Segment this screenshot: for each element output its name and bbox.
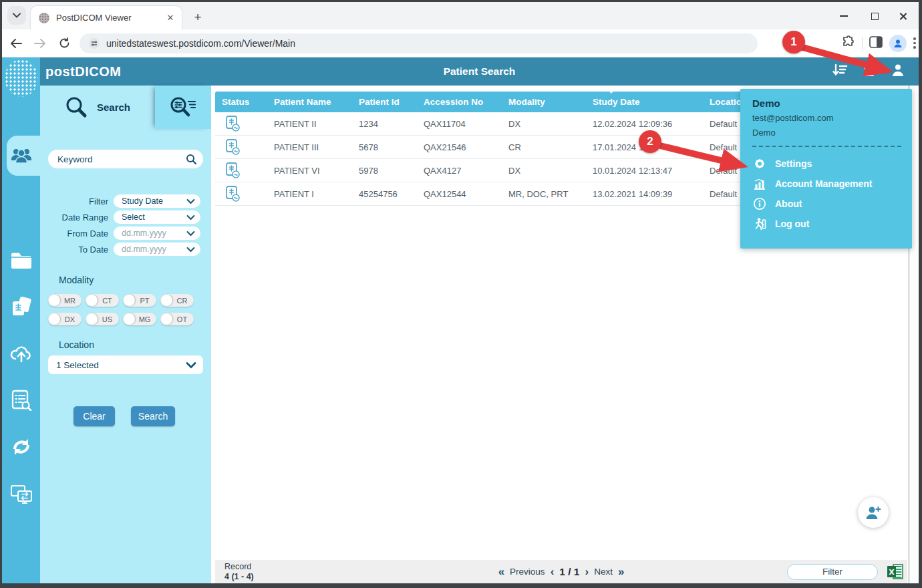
browser-profile-avatar[interactable]	[889, 35, 907, 52]
tab-search[interactable]: Search	[40, 86, 155, 129]
url-bar[interactable]: unitedstateswest.postdicom.com/Viewer/Ma…	[80, 33, 758, 53]
worklist-search-icon	[11, 390, 32, 411]
first-page-icon[interactable]: «	[498, 565, 504, 579]
results-footer: Record 4 (1 - 4) « Previous ‹ 1 / 1 › Ne…	[215, 560, 907, 583]
previous-page-button[interactable]: Previous	[510, 567, 545, 577]
sort-descending-indicator	[607, 89, 615, 94]
date-range-select[interactable]: Select	[114, 210, 200, 224]
window-border	[0, 0, 2, 588]
back-button[interactable]	[6, 33, 26, 53]
user-menu: Demo test@postdicom.com Demo Settings Ac…	[740, 89, 912, 249]
col-patient-name[interactable]: Patient Name	[267, 97, 352, 107]
deleted-objects-icon[interactable]	[863, 63, 876, 80]
forward-button[interactable]	[30, 33, 50, 53]
modality-label: Modality	[59, 275, 94, 285]
keyword-search-icon[interactable]	[186, 154, 197, 168]
sidebar-item-sync[interactable]	[2, 431, 40, 463]
sort-order-icon[interactable]	[832, 63, 848, 80]
window-close-button[interactable]	[889, 6, 916, 26]
menu-item-about[interactable]: About	[752, 194, 901, 214]
clear-button[interactable]: Clear	[73, 406, 115, 426]
browser-menu-icon[interactable]	[913, 36, 916, 49]
url-text: unitedstateswest.postdicom.com/Viewer/Ma…	[106, 38, 295, 49]
col-study-date[interactable]: Study Date	[586, 97, 703, 107]
person-plus-icon	[865, 504, 882, 521]
to-date-select[interactable]: dd.mm.yyyy	[114, 243, 200, 256]
extensions-icon[interactable]	[842, 35, 855, 51]
side-panel-icon[interactable]	[869, 36, 883, 51]
tab-favicon	[39, 13, 49, 23]
menu-item-account-management[interactable]: Account Management	[752, 174, 901, 194]
reload-button[interactable]	[54, 33, 74, 53]
chevron-down-icon	[186, 231, 195, 237]
reload-icon	[59, 37, 70, 49]
window-minimize-button[interactable]	[830, 6, 857, 26]
filter-select[interactable]: Study Date	[114, 194, 200, 208]
location-select[interactable]: 1 Selected	[48, 355, 203, 374]
add-patient-fab[interactable]	[858, 497, 889, 528]
user-name: Demo	[752, 98, 901, 109]
window-border	[0, 583, 922, 588]
sidebar-item-patients[interactable]	[2, 140, 40, 172]
postdicom-logo	[5, 59, 38, 97]
new-tab-button[interactable]: +	[189, 9, 206, 26]
modality-toggle-mr[interactable]: MR	[48, 294, 82, 307]
user-menu-icon[interactable]	[891, 63, 905, 80]
gear-icon	[752, 157, 767, 170]
modality-toggle-ct[interactable]: CT	[86, 294, 119, 307]
location-label: Location	[59, 339, 94, 350]
page-title: Patient Search	[40, 65, 919, 78]
filter-label: Filter	[40, 196, 114, 206]
keyword-input[interactable]	[48, 150, 203, 168]
modality-toggle-dx[interactable]: DX	[48, 313, 82, 325]
user-organization: Demo	[752, 128, 901, 138]
from-date-select[interactable]: dd.mm.yyyy	[114, 227, 200, 240]
col-modality[interactable]: Modality	[502, 97, 586, 107]
chevron-down-icon	[186, 214, 195, 220]
modality-toggle-cr[interactable]: CR	[160, 294, 194, 307]
sidebar-item-devices[interactable]	[2, 478, 40, 510]
tab-advanced-search[interactable]	[155, 86, 211, 129]
logout-icon	[752, 217, 767, 231]
last-page-icon[interactable]: »	[618, 565, 624, 579]
menu-item-logout[interactable]: Log out	[752, 214, 901, 234]
share-devices-icon	[10, 484, 33, 505]
menu-item-settings[interactable]: Settings	[752, 154, 901, 174]
modality-toggle-pt[interactable]: PT	[123, 294, 156, 307]
next-page-button[interactable]: Next	[594, 567, 613, 577]
cloud-upload-icon	[9, 344, 33, 363]
sidebar-item-studies[interactable]	[2, 291, 40, 323]
annotation-step-1-badge: 1	[782, 31, 805, 53]
tab-search-button[interactable]	[7, 6, 26, 25]
col-accession-no[interactable]: Accession No	[417, 97, 502, 107]
study-status-icon	[224, 138, 242, 156]
col-patient-id[interactable]: Patient Id	[352, 97, 417, 107]
studies-icon	[10, 296, 33, 317]
postdicom-viewer-window: PostDICOM Viewer ✕ + unitedstateswest.po…	[0, 0, 922, 588]
modality-toggle-mg[interactable]: MG	[123, 313, 156, 325]
patients-icon	[10, 147, 33, 164]
study-status-icon	[224, 185, 242, 202]
site-settings-icon[interactable]	[89, 38, 100, 49]
study-status-icon	[224, 162, 242, 179]
modality-toggle-us[interactable]: US	[86, 313, 119, 325]
browser-tab-strip: PostDICOM Viewer ✕ +	[2, 2, 919, 29]
tab-close-icon[interactable]: ✕	[164, 12, 176, 24]
sidebar-item-upload[interactable]	[2, 337, 40, 370]
modality-toggle-ot[interactable]: OT	[160, 313, 194, 325]
pagination: « Previous ‹ 1 / 1 › Next »	[215, 565, 907, 579]
next-page-icon[interactable]: ›	[585, 565, 589, 579]
app-header: postDICOM Patient Search	[40, 57, 919, 86]
browser-tab[interactable]: PostDICOM Viewer ✕	[30, 5, 182, 29]
study-status-icon	[224, 115, 242, 132]
menu-divider	[752, 146, 901, 147]
chevron-down-icon	[186, 247, 195, 253]
col-status[interactable]: Status	[215, 97, 267, 107]
previous-page-icon[interactable]: ‹	[551, 565, 555, 579]
sidebar-item-folders[interactable]	[2, 243, 40, 275]
annotation-step-2-badge: 2	[639, 130, 661, 153]
search-button[interactable]: Search	[131, 406, 175, 426]
sidebar-item-worklist[interactable]	[2, 384, 40, 416]
window-maximize-button[interactable]	[861, 6, 888, 26]
date-range-label: Date Range	[40, 212, 114, 223]
